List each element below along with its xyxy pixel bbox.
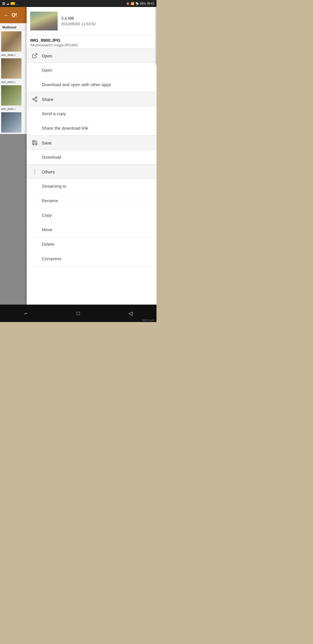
weather-icon: ☁ bbox=[6, 2, 9, 5]
bg-section-title: Multimed bbox=[0, 23, 27, 30]
svg-point-6 bbox=[34, 170, 35, 171]
svg-line-0 bbox=[34, 54, 37, 56]
svg-point-8 bbox=[34, 173, 35, 174]
thumb-label-1: IMG_8898.J bbox=[0, 53, 27, 57]
scroll-indicator bbox=[155, 7, 156, 65]
more-vertical-icon bbox=[31, 168, 38, 175]
notification-badge: 74 bbox=[10, 2, 15, 5]
bg-app-title: Qf bbox=[12, 12, 17, 18]
menu-item-share-link[interactable]: Share the download link bbox=[27, 121, 156, 135]
wifi-icon: 📶 bbox=[131, 2, 134, 5]
external-link-icon bbox=[31, 52, 38, 59]
menu-item-delete[interactable]: Delete bbox=[27, 237, 156, 252]
svg-point-7 bbox=[34, 171, 35, 172]
share-icon bbox=[31, 96, 38, 103]
svg-line-5 bbox=[34, 98, 36, 99]
thumbnail-image bbox=[1, 112, 21, 133]
more-icon: ... bbox=[16, 2, 19, 5]
section-header-share: Share bbox=[27, 92, 156, 106]
menu-item-compress[interactable]: Compress bbox=[27, 252, 156, 266]
nav-home-icon: □ bbox=[77, 310, 80, 316]
signal-icon: 📡 bbox=[135, 2, 139, 5]
menu-item-download-open[interactable]: Download and open with other apps bbox=[27, 77, 156, 92]
svg-point-1 bbox=[36, 97, 37, 98]
file-header: 3.4 MB 2012/05/02 11:53:52 bbox=[27, 7, 156, 35]
nav-recent-icon: ◁ bbox=[128, 310, 132, 316]
mute-icon: 🔇 bbox=[126, 2, 130, 5]
section-label-open: Open bbox=[42, 53, 52, 58]
svg-point-2 bbox=[33, 99, 34, 100]
context-menu-panel: 3.4 MB 2012/05/02 11:53:52 IMG_8900.JPG … bbox=[27, 7, 156, 305]
thumbnail-list: IMG_8898.J IMG_8903.J IMG_8905.J bbox=[0, 30, 27, 134]
bg-app-bar: ← Qf bbox=[0, 7, 27, 23]
section-label-share: Share bbox=[42, 97, 53, 102]
section-header-others: Others bbox=[27, 164, 156, 179]
nav-home-button[interactable]: □ bbox=[70, 307, 87, 319]
nav-back-icon: ⌐ bbox=[25, 310, 28, 316]
thumb-label-2: IMG_8903.J bbox=[0, 80, 27, 84]
nav-recent-button[interactable]: ◁ bbox=[122, 307, 139, 319]
list-item bbox=[0, 84, 27, 107]
list-item bbox=[0, 111, 27, 134]
back-icon: ← bbox=[3, 12, 9, 19]
file-name-row: IMG_8900.JPG /Multimedia/02 Image/JPG/80… bbox=[27, 35, 156, 48]
thumbnail-image bbox=[1, 31, 21, 52]
menu-item-rename[interactable]: Rename bbox=[27, 193, 156, 208]
background-app: ← Qf Multimed IMG_8898.J IMG_8903.J IMG_… bbox=[0, 7, 27, 322]
thumb-label-3: IMG_8905.J bbox=[0, 107, 27, 111]
time-display: 09:41 bbox=[147, 2, 154, 5]
battery-text: 85% bbox=[140, 2, 146, 5]
thumbnail-image bbox=[1, 58, 21, 79]
svg-line-4 bbox=[34, 100, 36, 100]
file-thumbnail bbox=[30, 12, 58, 30]
watermark: QQTN.com bbox=[143, 319, 154, 321]
section-label-others: Others bbox=[42, 169, 55, 174]
menu-item-send-copy[interactable]: Send a copy bbox=[27, 106, 156, 121]
menu-item-download[interactable]: Download bbox=[27, 150, 156, 164]
file-name: IMG_8900.JPG bbox=[30, 38, 153, 43]
menu-item-streaming[interactable]: Streaming to bbox=[27, 179, 156, 193]
nav-back-button[interactable]: ⌐ bbox=[17, 307, 35, 319]
section-label-save: Save bbox=[42, 140, 52, 145]
menu-item-open[interactable]: Open bbox=[27, 63, 156, 77]
status-right-icons: 🔇 📶 📡 85% 09:41 bbox=[126, 2, 154, 5]
file-size: 3.4 MB bbox=[61, 16, 96, 21]
status-bar: 🖼 ☁ 74 ... 🔇 📶 📡 85% 09:41 bbox=[0, 0, 156, 7]
menu-item-move[interactable]: Move bbox=[27, 222, 156, 237]
image-icon: 🖼 bbox=[2, 2, 5, 5]
bottom-navigation: ⌐ □ ◁ QQTN.com bbox=[0, 305, 156, 322]
menu-item-copy[interactable]: Copy bbox=[27, 208, 156, 222]
file-date: 2012/05/02 11:53:52 bbox=[61, 22, 96, 26]
section-header-save: Save bbox=[27, 135, 156, 150]
thumbnail-image bbox=[1, 85, 21, 106]
file-info: 3.4 MB 2012/05/02 11:53:52 bbox=[61, 12, 96, 30]
bg-thumbnails-area: Multimed IMG_8898.J IMG_8903.J IMG_8905.… bbox=[0, 23, 27, 134]
save-icon bbox=[31, 139, 38, 146]
section-header-open: Open bbox=[27, 48, 156, 63]
svg-point-3 bbox=[36, 100, 37, 102]
list-item bbox=[0, 30, 27, 53]
status-left-icons: 🖼 ☁ 74 ... bbox=[2, 2, 19, 5]
list-item bbox=[0, 57, 27, 80]
file-path: /Multimedia/02 Image/JPG/800 bbox=[30, 43, 153, 47]
